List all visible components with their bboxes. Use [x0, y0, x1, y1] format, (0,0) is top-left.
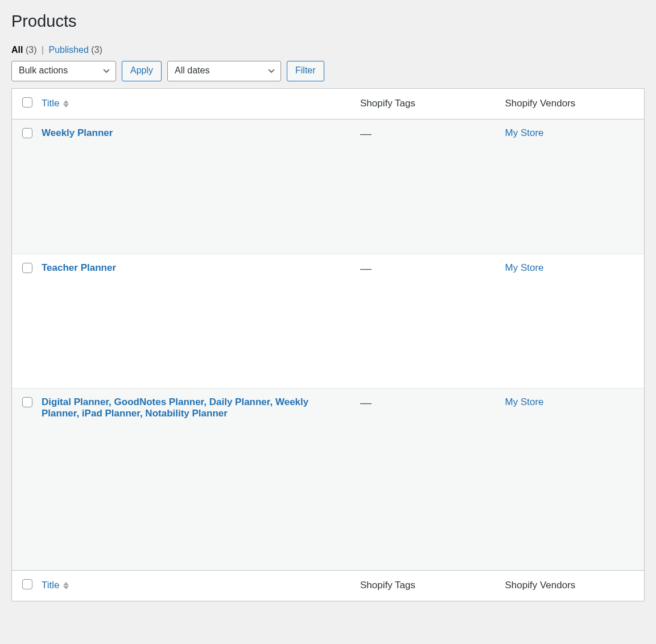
product-vendor-link[interactable]: My Store	[505, 397, 544, 407]
bulk-actions-select[interactable]: Bulk actions	[11, 61, 116, 81]
row-select-checkbox[interactable]	[22, 263, 32, 273]
product-vendor-link[interactable]: My Store	[505, 262, 544, 273]
column-footer-title-label: Title	[42, 580, 60, 591]
column-footer-vendors: Shopify Vendors	[500, 570, 645, 601]
view-all-count: (3)	[26, 45, 37, 55]
select-all-checkbox-bottom[interactable]	[22, 579, 32, 589]
product-title-link[interactable]: Digital Planner, GoodNotes Planner, Dail…	[42, 397, 308, 419]
sort-icon	[63, 582, 69, 589]
view-published[interactable]: Published (3)	[49, 45, 102, 55]
product-tags: —	[360, 262, 372, 275]
product-tags: —	[360, 127, 372, 140]
view-all-label: All	[11, 45, 23, 55]
column-header-vendors: Shopify Vendors	[500, 89, 645, 119]
product-tags: —	[360, 397, 372, 409]
products-table: Title Shopify Tags Shopify Vendors Weekl…	[11, 88, 645, 601]
product-title-link[interactable]: Teacher Planner	[42, 262, 116, 273]
view-published-label: Published	[49, 45, 89, 55]
view-published-count: (3)	[91, 45, 102, 55]
column-footer-tags: Shopify Tags	[354, 570, 500, 601]
row-select-checkbox[interactable]	[22, 397, 32, 407]
table-row: Digital Planner, GoodNotes Planner, Dail…	[12, 388, 644, 570]
filter-button[interactable]: Filter	[287, 61, 324, 81]
select-all-checkbox-top[interactable]	[22, 97, 32, 108]
view-all[interactable]: All (3)	[11, 45, 36, 55]
date-filter-select[interactable]: All dates	[167, 61, 281, 81]
tablenav-top: Bulk actions Apply All dates Filter	[11, 61, 645, 81]
view-filters: All (3) | Published (3)	[11, 45, 645, 55]
table-row: Weekly Planner — My Store	[12, 119, 644, 254]
column-footer-title[interactable]: Title	[42, 580, 69, 591]
product-vendor-link[interactable]: My Store	[505, 127, 544, 138]
page-title: Products	[11, 6, 645, 35]
table-row: Teacher Planner — My Store	[12, 254, 644, 388]
column-header-title[interactable]: Title	[42, 98, 69, 109]
column-header-tags: Shopify Tags	[354, 89, 500, 119]
view-separator: |	[39, 45, 46, 55]
column-header-title-label: Title	[42, 98, 60, 109]
sort-icon	[63, 100, 69, 108]
row-select-checkbox[interactable]	[22, 128, 32, 138]
product-title-link[interactable]: Weekly Planner	[42, 127, 113, 138]
apply-button[interactable]: Apply	[122, 61, 162, 81]
